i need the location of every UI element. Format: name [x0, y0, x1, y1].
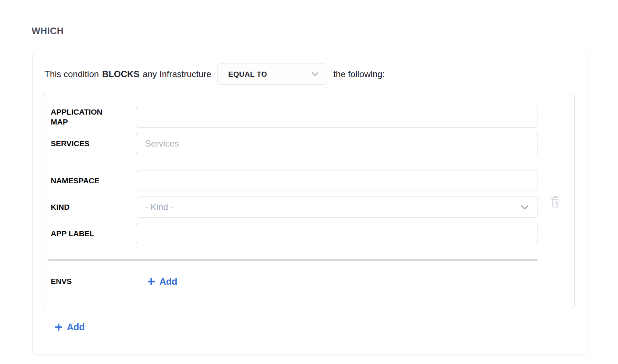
plus-icon — [54, 323, 63, 331]
services-row: SERVICES — [51, 133, 538, 154]
chevron-down-icon — [312, 72, 319, 76]
condition-text-middle: any Infrastructure — [143, 69, 211, 79]
envs-label: ENVS — [51, 276, 136, 286]
app-label-label: APP LABEL — [51, 228, 136, 238]
envs-row: ENVS Add — [51, 275, 538, 287]
kind-select-placeholder: - Kind - — [145, 202, 173, 212]
condition-effect-text: BLOCKS — [102, 69, 139, 79]
add-condition-button[interactable]: Add — [54, 322, 85, 332]
chevron-down-icon — [521, 205, 529, 210]
namespace-label: NAMESPACE — [51, 176, 136, 185]
application-map-label: APPLICATION MAP — [51, 107, 136, 127]
operator-select[interactable]: EQUAL TO — [218, 64, 327, 85]
namespace-row: NAMESPACE — [51, 170, 538, 191]
application-map-input[interactable] — [136, 106, 538, 128]
section-divider — [48, 259, 538, 261]
add-env-button[interactable]: Add — [147, 276, 177, 287]
add-condition-button-label: Add — [67, 322, 85, 332]
services-label: SERVICES — [51, 138, 136, 148]
trash-icon — [548, 204, 562, 210]
application-map-row: APPLICATION MAP — [51, 106, 538, 128]
app-label-row: APP LABEL — [51, 223, 538, 244]
app-label-input[interactable] — [136, 223, 538, 244]
kind-select[interactable]: - Kind - — [136, 197, 538, 218]
kind-row: KIND - Kind - — [51, 197, 538, 218]
plus-icon — [147, 277, 155, 286]
operator-select-value: EQUAL TO — [228, 70, 267, 79]
condition-sentence: This condition BLOCKS any Infrastructure… — [44, 64, 575, 85]
page-title: WHICH — [32, 26, 64, 36]
services-input[interactable] — [136, 133, 538, 154]
namespace-input[interactable] — [136, 170, 538, 191]
delete-condition-row-button[interactable] — [548, 193, 563, 209]
condition-card: This condition BLOCKS any Infrastructure… — [32, 51, 587, 354]
add-env-button-label: Add — [159, 276, 177, 287]
infrastructure-fields-panel: APPLICATION MAP SERVICES NAMESPACE KIND … — [43, 93, 575, 308]
kind-label: KIND — [51, 202, 136, 212]
condition-text-start: This condition — [44, 69, 99, 79]
condition-text-end: the following: — [333, 69, 385, 79]
